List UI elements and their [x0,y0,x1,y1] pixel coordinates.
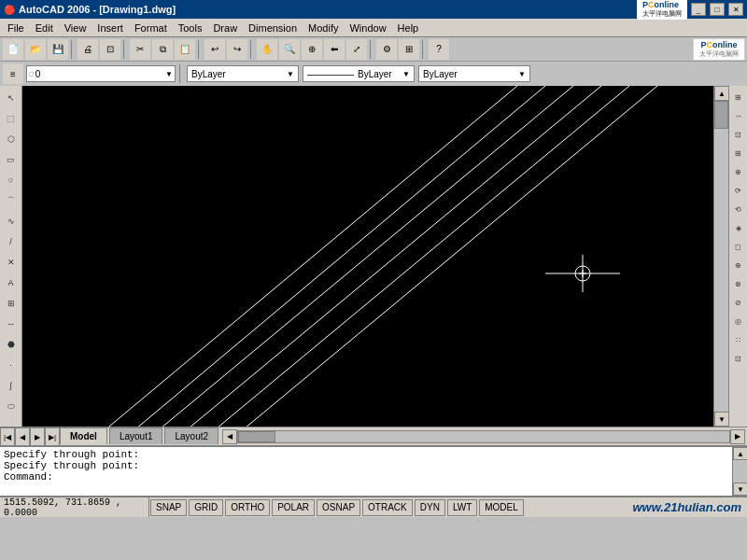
layer-dropdown[interactable]: □ 0 ▼ [26,65,176,82]
rt-tool-4[interactable]: ⊞ [730,145,747,161]
paste-button[interactable]: 📋 [175,39,195,60]
rt-tool-7[interactable]: ⟲ [730,201,747,217]
menu-dimension[interactable]: Dimension [243,21,303,35]
toolbar-separator-5 [370,40,374,59]
tab-nav-last[interactable]: ▶| [45,427,60,446]
tab-nav-first[interactable]: |◀ [0,427,15,446]
properties-button[interactable]: ⚙ [376,39,397,60]
tab-nav-prev[interactable]: ◀ [15,427,30,446]
menu-modify[interactable]: Modify [303,21,344,35]
v-scroll-track[interactable] [714,101,728,412]
pan-button[interactable]: ✋ [257,39,277,60]
zoom-prev-button[interactable]: ⬅ [324,39,345,60]
layer-manager-button[interactable]: ≡ [3,63,23,84]
menu-insert[interactable]: Insert [92,21,129,35]
rt-tool-3[interactable]: ⊡ [730,126,747,143]
zoom-window-button[interactable]: ⊕ [302,39,322,60]
model-button[interactable]: MODEL [479,499,524,516]
menu-draw[interactable]: Draw [207,21,243,35]
text-tool[interactable]: A [2,273,21,292]
menu-help[interactable]: Help [392,21,425,35]
select-tool[interactable]: ↖ [2,89,21,107]
rt-tool-14[interactable]: ∷ [730,331,747,348]
rt-tool-11[interactable]: ⊗ [730,275,747,292]
point-tool[interactable]: · [2,356,21,374]
rt-tool-13[interactable]: ◎ [730,313,747,329]
menu-file[interactable]: File [2,21,30,35]
menu-format[interactable]: Format [129,21,173,35]
minimize-button[interactable]: _ [691,3,706,16]
rectangle-tool[interactable]: ▭ [2,150,21,169]
h-scroll-thumb[interactable] [238,431,275,442]
ellipse-tool[interactable]: ⬭ [2,397,21,415]
match-properties-button[interactable]: ⊞ [399,39,419,60]
zoom-button[interactable]: 🔍 [279,39,300,60]
hatch-tool[interactable]: ⊞ [2,294,21,313]
rt-tool-12[interactable]: ⊘ [730,294,747,311]
dyn-button[interactable]: DYN [415,499,445,516]
toolbar-separator-3 [198,40,202,59]
circle-tool[interactable]: ○ [2,171,21,189]
scroll-up-button[interactable]: ▲ [714,86,729,101]
tab-model[interactable]: Model [60,427,107,444]
copy-button[interactable]: ⧉ [152,39,173,60]
cmd-scroll-down[interactable]: ▼ [733,483,747,496]
zoom-extent-button[interactable]: ⤢ [346,39,367,60]
h-scroll-left-btn[interactable]: ◀ [222,429,237,444]
cmd-scroll-up[interactable]: ▲ [733,447,747,460]
cut-button[interactable]: ✂ [130,39,150,60]
insert-tool[interactable]: ⬣ [2,335,21,354]
grid-button[interactable]: GRID [189,499,223,516]
rt-tool-15[interactable]: ⊡ [730,350,747,367]
menu-tools[interactable]: Tools [173,21,208,35]
ortho-button[interactable]: ORTHO [225,499,270,516]
maximize-button[interactable]: □ [710,3,725,16]
lwt-button[interactable]: LWT [447,499,477,516]
rt-tool-9[interactable]: ◻ [730,238,747,255]
polyline-tool[interactable]: ∿ [2,212,21,231]
polar-button[interactable]: POLAR [272,499,315,516]
snap-button[interactable]: SNAP [150,499,187,516]
save-button[interactable]: 💾 [48,39,68,60]
main-v-scrollbar[interactable]: ▲ ▼ [713,86,728,427]
h-scroll-track[interactable] [237,430,730,443]
tab-nav-next[interactable]: ▶ [30,427,45,446]
menu-view[interactable]: View [59,21,92,35]
h-scroll-right-btn[interactable]: ▶ [730,429,745,444]
rt-tool-6[interactable]: ⟳ [730,182,747,199]
drawing-canvas[interactable]: Y X [22,86,713,427]
tab-layout1[interactable]: Layout1 [109,427,163,444]
osnap-button[interactable]: OSNAP [317,499,360,516]
close-button[interactable]: ✕ [728,3,743,16]
print-preview-button[interactable]: ⊡ [100,39,120,60]
dimension-tool[interactable]: ↔ [2,315,21,333]
open-button[interactable]: 📂 [25,39,46,60]
linetype-dropdown[interactable]: ————— ByLayer ▼ [303,65,415,82]
cmd-scroll-track[interactable] [733,460,747,483]
menu-edit[interactable]: Edit [30,21,59,35]
rt-tool-1[interactable]: ⊞ [730,89,747,105]
menu-window[interactable]: Window [344,21,391,35]
color-dropdown[interactable]: ByLayer ▼ [187,65,299,82]
help-button[interactable]: ? [429,39,449,60]
rt-tool-2[interactable]: ↔ [730,107,747,124]
rt-tool-5[interactable]: ⊕ [730,163,747,180]
erase-tool[interactable]: ⬚ [2,109,21,128]
spline-tool[interactable]: ∫ [2,376,21,395]
tab-layout2[interactable]: Layout2 [164,427,218,444]
rt-tool-10[interactable]: ⊕ [730,257,747,273]
left-toolbar: ↖ ⬚ ⬡ ▭ ○ ⌒ ∿ / ✕ A ⊞ ↔ ⬣ · ∫ ⬭ [0,86,22,427]
lineweight-dropdown[interactable]: ByLayer ▼ [418,65,530,82]
xline-tool[interactable]: ✕ [2,253,21,272]
v-scroll-thumb[interactable] [714,101,728,129]
print-button[interactable]: 🖨 [78,39,98,60]
otrack-button[interactable]: OTRACK [362,499,413,516]
undo-button[interactable]: ↩ [204,39,225,60]
redo-button[interactable]: ↪ [227,39,247,60]
polygon-tool[interactable]: ⬡ [2,130,21,148]
new-button[interactable]: 📄 [3,39,23,60]
rt-tool-8[interactable]: ◈ [730,219,747,236]
arc-tool[interactable]: ⌒ [2,191,21,210]
line-tool[interactable]: / [2,232,21,251]
scroll-down-button[interactable]: ▼ [714,412,729,427]
